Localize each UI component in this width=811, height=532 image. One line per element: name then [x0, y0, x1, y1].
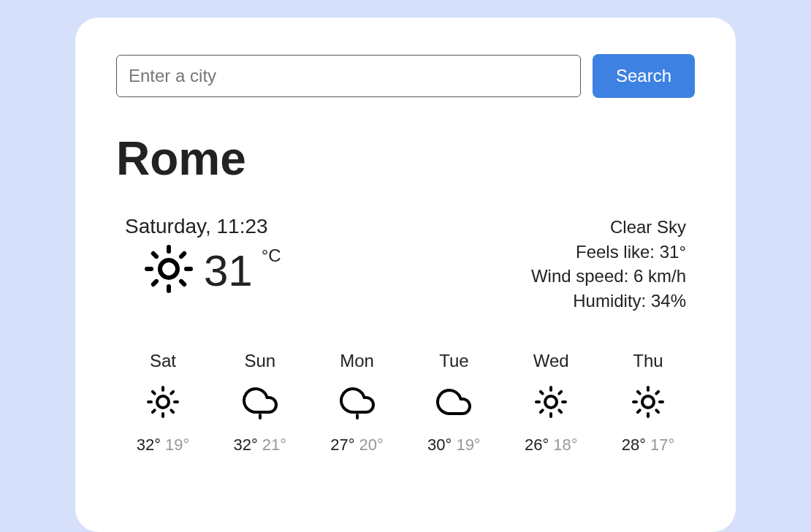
rain-icon [340, 384, 375, 422]
svg-line-23 [541, 392, 543, 394]
wind-speed-text: Wind speed: 6 km/h [531, 264, 686, 289]
weather-card: Search Rome Saturday, 11:23 31 °C Clear … [75, 18, 736, 532]
forecast-day-label: Tue [439, 351, 468, 371]
svg-line-8 [181, 254, 184, 256]
forecast-day-label: Sat [150, 351, 176, 371]
sun-icon [145, 384, 180, 422]
current-left: Saturday, 11:23 31 °C [125, 215, 281, 298]
forecast-temps: 27°20° [330, 436, 384, 455]
svg-point-29 [642, 396, 654, 408]
svg-line-32 [638, 392, 640, 394]
temperature-row: 31 °C [142, 243, 281, 298]
forecast-temps: 32°19° [137, 436, 190, 455]
svg-line-24 [560, 411, 562, 413]
search-button[interactable]: Search [593, 54, 695, 98]
forecast-high: 30° [427, 436, 452, 454]
svg-line-7 [153, 281, 156, 284]
forecast-high: 32° [234, 436, 258, 454]
svg-point-9 [157, 396, 169, 408]
svg-line-27 [541, 411, 543, 413]
forecast-item: Thu28°17° [604, 351, 692, 455]
forecast-item: Mon27°20° [313, 351, 401, 455]
forecast-low: 17° [650, 436, 674, 454]
svg-point-0 [160, 260, 178, 278]
svg-line-37 [656, 392, 658, 394]
feels-like-text: Feels like: 31° [531, 240, 686, 265]
temperature-unit: °C [262, 246, 281, 266]
forecast-row: Sat32°19°Sun32°21°Mon27°20°Tue30°19°Wed2… [116, 351, 695, 455]
condition-text: Clear Sky [531, 215, 686, 240]
sun-icon [142, 243, 195, 298]
svg-line-13 [171, 411, 173, 413]
forecast-day-label: Mon [340, 351, 374, 371]
sun-icon [533, 384, 568, 422]
svg-line-16 [153, 411, 155, 413]
city-title: Rome [116, 132, 695, 186]
current-conditions: Saturday, 11:23 31 °C Clear Sky Feels li… [116, 215, 695, 313]
forecast-high: 28° [622, 436, 646, 454]
forecast-item: Sat32°19° [119, 351, 207, 455]
svg-line-4 [181, 281, 184, 284]
search-row: Search [116, 54, 695, 98]
svg-line-17 [171, 392, 173, 394]
city-search-input[interactable] [116, 55, 581, 97]
current-temperature: 31 [204, 246, 253, 296]
forecast-temps: 30°19° [427, 436, 481, 455]
forecast-day-label: Sun [244, 351, 275, 371]
svg-line-12 [153, 392, 155, 394]
current-details: Clear Sky Feels like: 31° Wind speed: 6 … [531, 215, 686, 313]
humidity-text: Humidity: 34% [531, 289, 686, 314]
cloud-icon [436, 384, 471, 422]
forecast-low: 21° [262, 436, 286, 454]
forecast-temps: 32°21° [234, 436, 287, 455]
forecast-item: Wed26°18° [507, 351, 595, 455]
sun-icon [631, 384, 666, 422]
rain-icon [243, 384, 278, 422]
svg-line-28 [560, 392, 562, 394]
forecast-item: Tue30°19° [410, 351, 498, 455]
current-date-time: Saturday, 11:23 [125, 215, 281, 238]
forecast-low: 20° [359, 436, 384, 454]
forecast-low: 18° [553, 436, 577, 454]
forecast-high: 27° [330, 436, 354, 454]
svg-point-20 [545, 396, 557, 408]
forecast-high: 26° [525, 436, 549, 454]
forecast-day-label: Wed [533, 351, 569, 371]
svg-line-3 [153, 254, 156, 256]
forecast-temps: 26°18° [525, 436, 578, 455]
svg-line-33 [656, 411, 658, 413]
forecast-low: 19° [165, 436, 189, 454]
forecast-low: 19° [456, 436, 480, 454]
svg-line-36 [638, 411, 640, 413]
forecast-temps: 28°17° [622, 436, 675, 455]
forecast-day-label: Thu [633, 351, 663, 371]
forecast-high: 32° [137, 436, 161, 454]
forecast-item: Sun32°21° [216, 351, 304, 455]
